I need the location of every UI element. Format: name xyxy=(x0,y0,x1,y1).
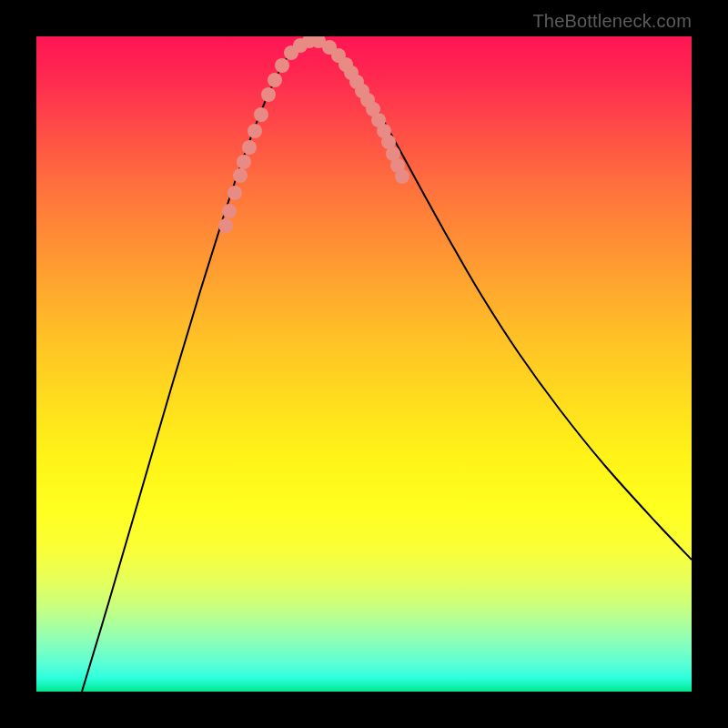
marker-point xyxy=(261,87,276,102)
marker-point xyxy=(390,158,405,173)
marker-point xyxy=(395,169,410,184)
bottleneck-curve xyxy=(82,40,692,692)
marker-point xyxy=(218,218,233,233)
marker-point xyxy=(284,46,298,60)
marker-point xyxy=(254,107,268,122)
marker-point xyxy=(248,124,262,138)
marker-point xyxy=(242,140,257,155)
marker-point xyxy=(355,84,369,98)
marker-point xyxy=(381,135,396,149)
highlight-markers xyxy=(218,36,410,233)
watermark-text: TheBottleneck.com xyxy=(532,11,692,32)
marker-point xyxy=(237,155,251,169)
marker-point xyxy=(344,66,359,80)
marker-point xyxy=(386,147,400,161)
marker-point xyxy=(371,113,386,127)
marker-point xyxy=(377,124,391,138)
marker-point xyxy=(268,73,282,87)
marker-point xyxy=(331,48,346,63)
marker-point xyxy=(302,36,317,48)
marker-point xyxy=(311,36,326,48)
marker-point xyxy=(293,38,308,53)
chart-plot-area xyxy=(36,36,692,692)
marker-point xyxy=(233,168,248,183)
marker-point xyxy=(275,58,289,73)
marker-point xyxy=(222,204,237,218)
marker-point xyxy=(339,57,353,72)
marker-point xyxy=(322,40,337,55)
marker-point xyxy=(228,186,242,200)
chart-svg xyxy=(36,36,692,692)
marker-point xyxy=(366,102,380,116)
marker-point xyxy=(349,75,364,89)
marker-point xyxy=(360,93,375,107)
